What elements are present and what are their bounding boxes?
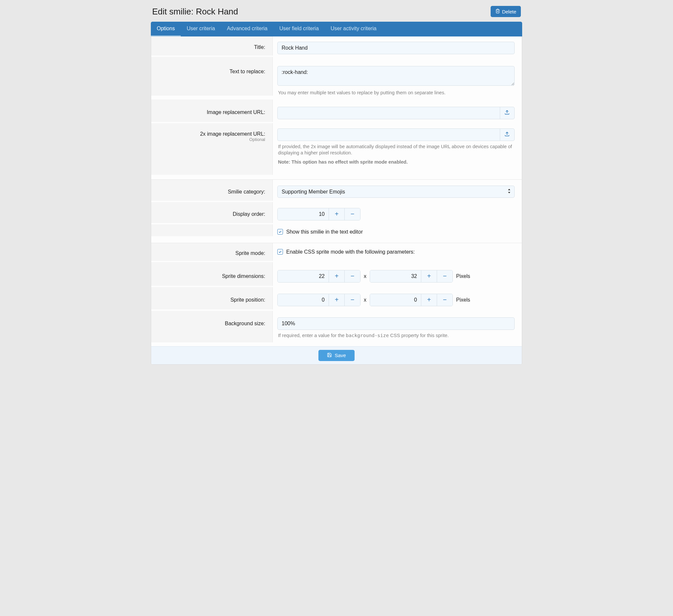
title-input[interactable] [277,42,515,54]
sprite-width-dec[interactable]: − [345,270,360,282]
show-in-editor-checkbox[interactable]: Show this smilie in the text editor [277,229,515,235]
tab-user-activity-criteria[interactable]: User activity criteria [325,22,383,36]
tab-user-criteria[interactable]: User criteria [181,22,221,36]
save-icon [327,352,332,358]
sprite-position-label: Sprite position: [151,287,273,309]
text-to-replace-label: Text to replace: [151,57,273,95]
image2x-hint: If provided, the 2x image will be automa… [277,141,515,159]
sprite-height-stepper: + − [370,270,453,283]
tab-options[interactable]: Options [151,22,181,36]
display-order-inc[interactable]: + [328,208,345,220]
image-url-upload-button[interactable] [500,107,515,119]
category-label: Smilie category: [151,180,273,201]
trash-icon [495,9,500,14]
sprite-posx-stepper: + − [277,294,361,306]
checkbox-checked-icon [277,249,283,255]
sprite-posx-dec[interactable]: − [345,294,360,306]
sprite-height-dec[interactable]: − [437,270,452,282]
pixels-unit-label: Pixels [456,273,470,279]
image2x-url-label: 2x image replacement URL: [200,131,265,137]
image2x-optional-label: Optional [151,137,265,142]
sprite-width-input[interactable] [278,270,328,282]
image-url-label: Image replacement URL: [151,99,273,122]
position-separator: x [364,297,367,303]
sprite-mode-label: Sprite mode: [151,243,273,261]
sprite-posy-dec[interactable]: − [437,294,452,306]
image2x-url-input[interactable] [277,128,500,141]
sprite-dimensions-label: Sprite dimensions: [151,262,273,286]
image2x-hint-note: Note: This option has no effect with spr… [278,159,408,165]
title-label: Title: [151,36,273,55]
image2x-url-upload-button[interactable] [500,128,515,141]
delete-label: Delete [502,9,516,14]
display-order-stepper: + − [277,208,361,221]
image-url-input[interactable] [277,107,500,119]
show-in-editor-label: Show this smilie in the text editor [286,229,363,235]
sprite-width-inc[interactable]: + [328,270,345,282]
bg-size-label: Background size: [151,311,273,342]
sprite-posy-input[interactable] [370,294,421,306]
display-order-label: Display order: [151,202,273,223]
sprite-posy-inc[interactable]: + [421,294,437,306]
delete-button[interactable]: Delete [491,6,521,17]
sprite-mode-check-label: Enable CSS sprite mode with the followin… [286,249,415,255]
pixels-unit-label: Pixels [456,297,470,303]
bg-size-input[interactable] [277,317,515,330]
category-select[interactable]: Supporting Member Emojis [277,186,515,198]
save-label: Save [334,352,346,358]
text-to-replace-hint: You may enter multiple text values to re… [277,87,515,98]
display-order-dec[interactable]: − [345,208,360,220]
sprite-posx-inc[interactable]: + [328,294,345,306]
display-order-input[interactable] [278,208,328,220]
text-to-replace-input[interactable] [277,66,515,86]
dimension-separator: x [364,273,367,279]
sprite-height-input[interactable] [370,270,421,282]
sprite-width-stepper: + − [277,270,361,283]
sprite-mode-checkbox[interactable]: Enable CSS sprite mode with the followin… [277,249,515,255]
upload-icon [504,131,510,138]
tab-user-field-criteria[interactable]: User field criteria [273,22,325,36]
tab-bar: Options User criteria Advanced criteria … [151,22,522,36]
sprite-height-inc[interactable]: + [421,270,437,282]
tab-advanced-criteria[interactable]: Advanced criteria [221,22,273,36]
sprite-posy-stepper: + − [370,294,453,306]
sprite-posx-input[interactable] [278,294,328,306]
page-title: Edit smilie: Rock Hand [152,7,238,17]
upload-icon [504,109,510,116]
bg-size-hint: If required, enter a value for the backg… [277,330,515,341]
checkbox-checked-icon [277,229,283,235]
save-button[interactable]: Save [318,350,354,361]
